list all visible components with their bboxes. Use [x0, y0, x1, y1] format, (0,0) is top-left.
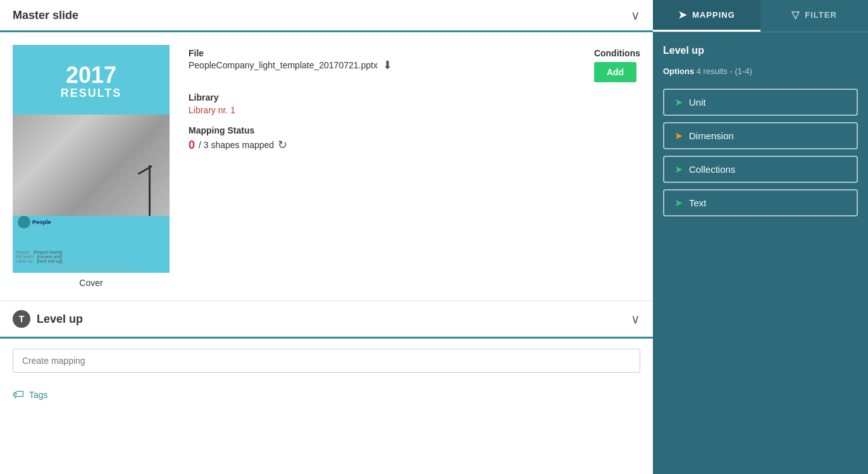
mapped-count: 0	[189, 139, 195, 152]
unit-button-label: Unit	[689, 97, 706, 108]
filename-text: PeopleCompany_light_template_20170721.pp…	[189, 60, 378, 70]
footer-copyright: Copyright SpeedBack Ltd 2017, All rights…	[16, 266, 166, 270]
footer-team-label: My team:	[16, 254, 34, 259]
file-label: File	[189, 48, 569, 58]
level-up-chevron: ∨	[631, 311, 640, 327]
slide-image: 2017 RESULTS PeopleCompany Report:	[13, 45, 170, 273]
unit-button-icon: ➤	[674, 96, 683, 108]
master-slide-title: Master slide	[13, 9, 78, 22]
option-text-button[interactable]: ➤ Text	[663, 189, 858, 216]
file-section: File PeopleCompany_light_template_201707…	[189, 48, 569, 72]
master-slide-header[interactable]: Master slide ∨	[0, 0, 653, 32]
level-up-icon-text: T	[19, 314, 25, 324]
slide-results: RESULTS	[61, 87, 122, 100]
mapping-tab-icon: ➤	[678, 9, 687, 21]
tab-filter[interactable]: ▽ FILTER	[760, 0, 868, 32]
slide-photo-bg	[13, 115, 170, 216]
create-mapping-input[interactable]	[13, 349, 640, 373]
slide-top-area: 2017 RESULTS	[61, 64, 122, 100]
library-value: Library nr. 1	[189, 105, 640, 115]
sidebar-section-title: Level up	[663, 45, 858, 56]
refresh-icon[interactable]: ↻	[278, 138, 287, 152]
filter-tab-label: FILTER	[805, 10, 837, 20]
master-slide-chevron: ∨	[631, 8, 640, 23]
sidebar-tabs: ➤ MAPPING ▽ FILTER	[653, 0, 868, 32]
file-conditions-row: File PeopleCompany_light_template_201707…	[189, 48, 640, 82]
tags-link[interactable]: Tags	[29, 390, 48, 400]
main-panel: Master slide ∨ 2017 RESULTS Peo	[0, 0, 653, 474]
footer-levelup-value: [next unit up]	[37, 259, 62, 263]
collections-button-icon: ➤	[674, 163, 683, 175]
library-link[interactable]: Library nr. 1	[189, 105, 235, 115]
download-icon[interactable]: ⬇	[383, 58, 392, 72]
collections-button-label: Collections	[689, 164, 735, 175]
library-section: Library Library nr. 1	[189, 92, 640, 115]
level-up-header[interactable]: T Level up ∨	[0, 301, 653, 339]
level-up-section: T Level up ∨ 🏷 Tags	[0, 301, 653, 406]
sidebar-content: Level up Options 4 results - (1-4) ➤ Uni…	[653, 32, 868, 474]
options-count: 4 results - (1-4)	[697, 66, 752, 76]
option-collections-button[interactable]: ➤ Collections	[663, 156, 858, 183]
tag-icon: 🏷	[13, 388, 24, 401]
footer-levelup-label: Level up:	[16, 259, 34, 263]
footer-team-value: [current unit]	[37, 254, 62, 259]
level-up-icon: T	[13, 310, 30, 328]
slide-footer: Report: [Report Name] My team: [current …	[16, 250, 166, 270]
tags-area: 🏷 Tags	[0, 383, 653, 406]
slide-year: 2017	[61, 64, 122, 87]
level-up-title: Level up	[37, 313, 83, 326]
text-button-label: Text	[689, 197, 707, 208]
create-mapping-area	[0, 339, 653, 383]
footer-report-value: [Report Name]	[34, 250, 63, 254]
conditions-section: Conditions Add	[594, 48, 640, 82]
mapping-status-section: Mapping Status 0 / 3 shapes mapped ↻	[189, 125, 640, 152]
dimension-button-icon: ➤	[674, 130, 683, 142]
slide-logo-circle	[18, 216, 30, 228]
right-sidebar: ➤ MAPPING ▽ FILTER Level up Options 4 re…	[653, 0, 868, 474]
tab-mapping[interactable]: ➤ MAPPING	[653, 0, 760, 32]
slide-logo-area: PeopleCompany	[18, 216, 77, 228]
shapes-mapped-text: / 3 shapes mapped	[199, 140, 274, 150]
conditions-label: Conditions	[594, 48, 640, 58]
footer-report-label: Report:	[16, 250, 30, 254]
add-condition-button[interactable]: Add	[594, 62, 636, 82]
option-dimension-button[interactable]: ➤ Dimension	[663, 122, 858, 149]
slide-logo-text: PeopleCompany	[32, 219, 77, 225]
level-up-title-row: T Level up	[13, 310, 83, 328]
slide-caption: Cover	[79, 278, 102, 288]
text-button-icon: ➤	[674, 197, 683, 209]
dimension-button-label: Dimension	[689, 130, 734, 141]
mapping-status-label: Mapping Status	[189, 125, 640, 135]
option-unit-button[interactable]: ➤ Unit	[663, 89, 858, 116]
options-label: Options	[663, 66, 694, 76]
filter-tab-icon: ▽	[791, 9, 800, 21]
file-value: PeopleCompany_light_template_20170721.pp…	[189, 58, 569, 72]
slide-details: File PeopleCompany_light_template_201707…	[189, 45, 640, 288]
slide-thumbnail: 2017 RESULTS PeopleCompany Report:	[13, 45, 170, 288]
slide-photo-area	[13, 115, 170, 216]
slide-content: 2017 RESULTS PeopleCompany Report:	[0, 32, 653, 301]
mapping-tab-label: MAPPING	[692, 10, 735, 20]
library-label: Library	[189, 92, 640, 103]
slide-lamp-decoration	[149, 165, 151, 216]
options-header: Options 4 results - (1-4)	[663, 66, 858, 76]
mapping-status-value: 0 / 3 shapes mapped ↻	[189, 138, 640, 152]
